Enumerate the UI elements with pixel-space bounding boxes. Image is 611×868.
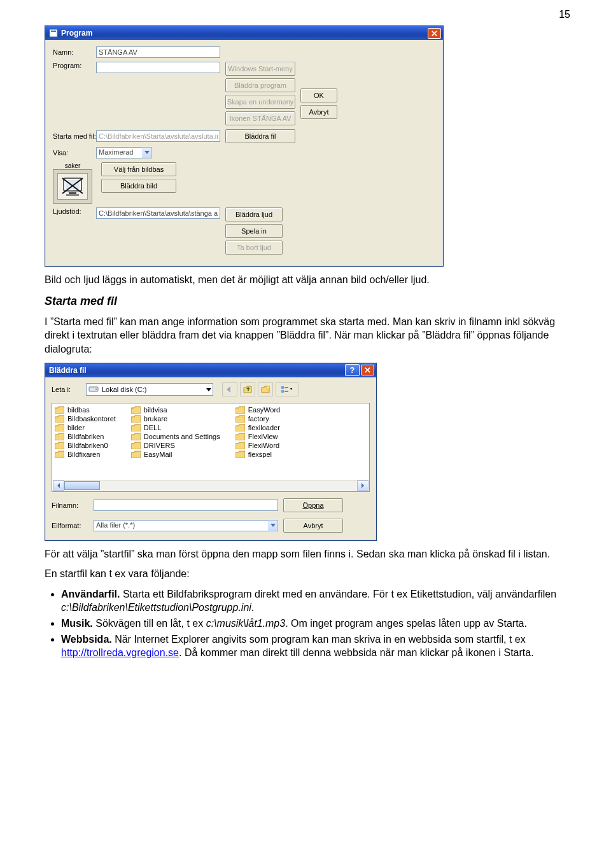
folder-icon xyxy=(55,406,64,414)
chevron-right-icon xyxy=(361,483,365,488)
bladdra-bild-button[interactable]: Bläddra bild xyxy=(101,179,176,193)
svg-point-7 xyxy=(95,388,97,389)
svg-rect-0 xyxy=(50,29,57,37)
folder-icon xyxy=(131,433,141,440)
label-namn: Namn: xyxy=(53,48,96,56)
open-button[interactable]: Öppna xyxy=(283,498,343,512)
program-field[interactable] xyxy=(96,62,220,73)
svg-rect-9 xyxy=(281,386,284,389)
skapa-undermeny-button: Skapa en undermeny xyxy=(225,95,295,109)
list-item[interactable]: Bildfabriken xyxy=(55,433,116,440)
browse-cancel-button[interactable]: Avbryt xyxy=(283,519,343,533)
scroll-left-button[interactable] xyxy=(53,480,64,491)
program-dialog: Program Namn: Program: Windows Start-men… xyxy=(45,25,444,267)
visa-dropdown[interactable]: Maximerad xyxy=(96,147,152,158)
list-item[interactable]: DELL xyxy=(131,424,220,431)
scroll-right-button[interactable] xyxy=(357,480,369,491)
label-letai: Leta i: xyxy=(52,386,81,393)
scroll-thumb[interactable] xyxy=(64,481,100,490)
browse-close-button[interactable] xyxy=(361,365,374,375)
close-button[interactable] xyxy=(428,28,441,39)
label-visa: Visa: xyxy=(53,149,96,157)
label-filformat: Eilformat: xyxy=(52,522,88,529)
open-button-label: Öppna xyxy=(302,501,323,509)
list-item[interactable]: EasyWord xyxy=(235,406,281,414)
folder-column-2: bildvisa brukare DELL Documents and Sett… xyxy=(131,406,220,458)
view-menu-button[interactable] xyxy=(276,382,298,396)
svg-rect-11 xyxy=(284,387,288,388)
bladdra-ljud-button[interactable]: Bläddra ljud xyxy=(225,207,283,221)
list-item[interactable]: FlexiWord xyxy=(235,442,281,449)
valj-fran-bildbas-button[interactable]: Välj från bildbas xyxy=(101,162,176,176)
starta-med-fil-field[interactable] xyxy=(96,130,220,142)
body-text: Bild och ljud läggs in automatiskt, men … xyxy=(45,273,573,356)
avbryt-button[interactable]: Avbryt xyxy=(300,105,337,119)
up-folder-button[interactable] xyxy=(240,382,255,396)
chevron-down-icon xyxy=(142,147,152,158)
list-item[interactable]: factory xyxy=(235,415,281,423)
bullet-list: Användarfil. Starta ett Bildfabriksprogr… xyxy=(45,587,573,660)
spela-in-button[interactable]: Spela in xyxy=(225,224,283,238)
link-trollreda[interactable]: http://trollreda.vgregion.se xyxy=(61,647,179,658)
ikonen-button: Ikonen STÄNGA AV xyxy=(225,111,295,125)
monitor-off-icon xyxy=(57,173,88,200)
icon-thumbnail xyxy=(53,169,92,204)
label-program: Program: xyxy=(53,62,96,69)
list-item[interactable]: Bildfixaren xyxy=(55,451,116,458)
browse-titlebar: Bläddra fil ? xyxy=(45,363,376,377)
bullet-musik: Musik. Sökvägen till en låt, t ex c:\mus… xyxy=(61,617,573,631)
folder-icon xyxy=(131,406,141,414)
heading-starta-med-fil: Starta med fil xyxy=(45,293,573,309)
namn-field[interactable] xyxy=(96,46,220,58)
drive-label: Lokal disk (C:) xyxy=(102,386,146,393)
folder-icon xyxy=(131,424,141,431)
folder-icon xyxy=(131,442,141,449)
browse-body: Leta i: Lokal disk (C:) xyxy=(45,377,376,540)
list-item[interactable]: Bildfabriken0 xyxy=(55,442,116,449)
help-button[interactable]: ? xyxy=(345,364,360,376)
scroll-track[interactable] xyxy=(64,481,357,490)
horizontal-scrollbar[interactable] xyxy=(53,480,369,491)
list-item[interactable]: flexiloader xyxy=(235,424,281,431)
program-body: Namn: Program: Windows Start-meny Bläddr… xyxy=(45,40,443,266)
svg-rect-10 xyxy=(281,390,284,393)
list-item[interactable]: DRIVERS xyxy=(131,442,220,449)
list-item[interactable]: bildbas xyxy=(55,406,116,414)
chevron-down-icon xyxy=(268,520,278,531)
list-item[interactable]: Documents and Settings xyxy=(131,433,220,440)
file-list-pane[interactable]: bildbas Bildbaskontoret bilder Bildfabri… xyxy=(52,403,370,492)
drive-dropdown[interactable]: Lokal disk (C:) xyxy=(86,383,213,396)
folder-icon xyxy=(235,451,245,458)
back-button[interactable] xyxy=(222,382,237,396)
ok-button[interactable]: OK xyxy=(300,88,337,102)
svg-rect-4 xyxy=(69,192,76,194)
bullet-anvandarfil: Användarfil. Starta ett Bildfabriksprogr… xyxy=(61,587,573,615)
bladdra-fil-button[interactable]: Bläddra fil xyxy=(225,129,295,143)
svg-rect-1 xyxy=(51,31,56,32)
folder-icon xyxy=(55,424,64,431)
drive-icon xyxy=(88,384,99,395)
list-item[interactable]: bilder xyxy=(55,424,116,431)
list-item[interactable]: FlexiView xyxy=(235,433,281,440)
label-ljudstod: Ljudstöd: xyxy=(53,207,96,215)
filformat-value: Alla filer (*.*) xyxy=(94,520,268,531)
browse-title: Bläddra fil xyxy=(49,366,87,375)
body-text-2: För att välja ”startfil” ska man först ö… xyxy=(45,547,573,660)
new-folder-button[interactable] xyxy=(258,382,273,396)
list-item[interactable]: EasyMail xyxy=(131,451,220,458)
folder-icon xyxy=(55,433,64,440)
folder-column-3: EasyWord factory flexiloader FlexiView F… xyxy=(235,406,281,458)
list-item[interactable]: brukare xyxy=(131,415,220,423)
list-item[interactable]: Bildbaskontoret xyxy=(55,415,116,423)
page: 15 Program Namn: Progra xyxy=(0,0,611,868)
filnamn-field[interactable] xyxy=(94,500,278,511)
filformat-dropdown[interactable]: Alla filer (*.*) xyxy=(94,520,278,531)
new-folder-icon xyxy=(261,386,270,393)
windows-start-button: Windows Start-meny xyxy=(225,62,295,76)
svg-rect-5 xyxy=(66,194,79,196)
ljudstod-field[interactable] xyxy=(96,207,220,219)
arrow-left-icon xyxy=(226,386,234,393)
list-item[interactable]: bildvisa xyxy=(131,406,220,414)
list-item[interactable]: flexspel xyxy=(235,451,281,458)
folder-column-1: bildbas Bildbaskontoret bilder Bildfabri… xyxy=(55,406,116,458)
